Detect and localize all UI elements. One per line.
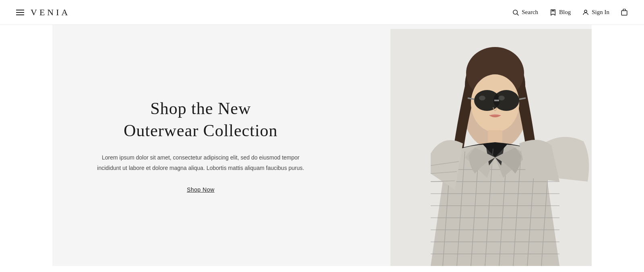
site-header: VENIA Search Blog Sign In <box>0 0 644 25</box>
shop-now-button[interactable]: Shop Now <box>187 186 215 193</box>
svg-line-1 <box>517 14 519 15</box>
svg-point-0 <box>513 10 518 14</box>
site-logo[interactable]: VENIA <box>31 7 70 18</box>
header-left: VENIA <box>16 7 70 18</box>
hero-section: Shop the New Outerwear Collection Lorem … <box>52 25 592 266</box>
search-button[interactable]: Search <box>512 9 538 16</box>
svg-point-3 <box>584 10 587 12</box>
svg-point-16 <box>498 96 505 100</box>
cart-icon <box>621 9 628 16</box>
hero-title: Shop the New Outerwear Collection <box>93 98 309 141</box>
blog-button[interactable]: Blog <box>549 9 571 16</box>
hamburger-menu-icon[interactable] <box>16 10 24 15</box>
hero-content: Shop the New Outerwear Collection Lorem … <box>52 65 349 225</box>
blog-label: Blog <box>559 9 571 16</box>
signin-label: Sign In <box>592 9 609 16</box>
model-illustration <box>390 29 592 266</box>
hero-description: Lorem ipsum dolor sit amet, consectetur … <box>93 153 309 173</box>
svg-rect-4 <box>621 10 627 15</box>
svg-point-15 <box>479 96 485 100</box>
blog-icon <box>549 9 557 16</box>
cart-button[interactable] <box>621 9 628 16</box>
header-nav: Search Blog Sign In <box>512 9 628 16</box>
search-icon <box>512 9 519 16</box>
main-content: Shop the New Outerwear Collection Lorem … <box>0 25 644 266</box>
signin-button[interactable]: Sign In <box>582 9 609 16</box>
user-icon <box>582 9 589 16</box>
search-label: Search <box>522 9 538 16</box>
